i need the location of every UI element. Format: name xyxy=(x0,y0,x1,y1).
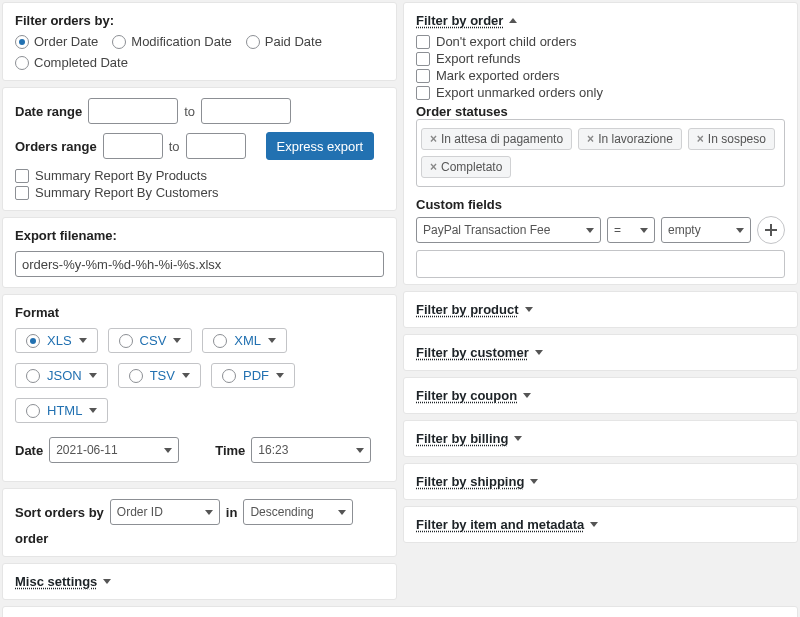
chevron-down-icon xyxy=(514,436,522,441)
check-unmarked-only[interactable]: Export unmarked orders only xyxy=(416,85,785,100)
export-filename-label: Export filename: xyxy=(15,228,384,243)
chevron-down-icon xyxy=(590,522,598,527)
custom-field-name-value: PayPal Transaction Fee xyxy=(423,223,550,237)
to-label: to xyxy=(169,139,180,154)
remove-tag-icon[interactable]: × xyxy=(430,132,437,146)
radio-dot-icon xyxy=(222,369,236,383)
chevron-down-icon xyxy=(530,479,538,484)
orders-range-to-input[interactable] xyxy=(186,133,246,159)
order-statuses-label: Order statuses xyxy=(416,104,785,119)
date-value: 2021-06-11 xyxy=(56,443,117,457)
chevron-down-icon xyxy=(535,350,543,355)
summary-customers-checkbox[interactable]: Summary Report By Customers xyxy=(15,185,384,200)
radio-completed-date[interactable]: Completed Date xyxy=(15,55,128,70)
radio-dot-icon xyxy=(246,35,260,49)
filter-by-customer-card: Filter by customer xyxy=(403,334,798,371)
summary-products-checkbox[interactable]: Summary Report By Products xyxy=(15,168,384,183)
radio-dot-icon xyxy=(15,35,29,49)
format-label-text: XML xyxy=(234,333,261,348)
tag-label: In sospeso xyxy=(708,132,766,146)
filter-by-order-toggle[interactable]: Filter by order xyxy=(416,13,517,28)
chevron-down-icon xyxy=(338,510,346,515)
tag-label: In attesa di pagamento xyxy=(441,132,563,146)
orders-range-label: Orders range xyxy=(15,139,97,154)
checkbox-icon xyxy=(416,52,430,66)
filter-by-coupon-toggle[interactable]: Filter by coupon xyxy=(416,388,531,403)
format-xml[interactable]: XML xyxy=(202,328,287,353)
order-statuses-box[interactable]: ×In attesa di pagamento ×In lavorazione … xyxy=(416,119,785,187)
radio-order-date[interactable]: Order Date xyxy=(15,34,98,49)
section-label: Filter by order xyxy=(416,13,503,28)
checkbox-icon xyxy=(416,86,430,100)
section-label: Misc settings xyxy=(15,574,97,589)
sort-field-select[interactable]: Order ID xyxy=(110,499,220,525)
filter-by-shipping-toggle[interactable]: Filter by shipping xyxy=(416,474,538,489)
remove-tag-icon[interactable]: × xyxy=(697,132,704,146)
radio-dot-icon xyxy=(112,35,126,49)
format-xls[interactable]: XLS xyxy=(15,328,98,353)
format-csv[interactable]: CSV xyxy=(108,328,193,353)
sort-field-value: Order ID xyxy=(117,505,163,519)
sort-direction-select[interactable]: Descending xyxy=(243,499,353,525)
in-label: in xyxy=(226,505,238,520)
filter-by-shipping-card: Filter by shipping xyxy=(403,463,798,500)
radio-modification-date[interactable]: Modification Date xyxy=(112,34,231,49)
custom-field-name-select[interactable]: PayPal Transaction Fee xyxy=(416,217,601,243)
date-label: Date xyxy=(15,443,43,458)
filter-by-billing-card: Filter by billing xyxy=(403,420,798,457)
filter-by-product-toggle[interactable]: Filter by product xyxy=(416,302,533,317)
date-select[interactable]: 2021-06-11 xyxy=(49,437,179,463)
radio-label: Paid Date xyxy=(265,34,322,49)
custom-field-value-text: empty xyxy=(668,223,701,237)
export-filename-input[interactable] xyxy=(15,251,384,277)
remove-tag-icon[interactable]: × xyxy=(587,132,594,146)
section-label: Filter by coupon xyxy=(416,388,517,403)
chevron-down-icon xyxy=(586,228,594,233)
format-pdf[interactable]: PDF xyxy=(211,363,295,388)
format-json[interactable]: JSON xyxy=(15,363,108,388)
status-tag: ×In attesa di pagamento xyxy=(421,128,572,150)
section-label: Filter by product xyxy=(416,302,519,317)
check-mark-exported[interactable]: Mark exported orders xyxy=(416,68,785,83)
filter-by-customer-toggle[interactable]: Filter by customer xyxy=(416,345,543,360)
time-select[interactable]: 16:23 xyxy=(251,437,371,463)
tag-label: Completato xyxy=(441,160,502,174)
export-filename-card: Export filename: xyxy=(2,217,397,288)
filter-by-item-metadata-toggle[interactable]: Filter by item and metadata xyxy=(416,517,598,532)
checkbox-label: Summary Report By Customers xyxy=(35,185,219,200)
orders-range-from-input[interactable] xyxy=(103,133,163,159)
check-export-refunds[interactable]: Export refunds xyxy=(416,51,785,66)
misc-settings-card: Misc settings xyxy=(2,563,397,600)
checkbox-icon xyxy=(416,35,430,49)
chevron-down-icon xyxy=(205,510,213,515)
chevron-down-icon xyxy=(182,373,190,378)
filter-by-billing-toggle[interactable]: Filter by billing xyxy=(416,431,522,446)
radio-label: Order Date xyxy=(34,34,98,49)
chevron-down-icon xyxy=(640,228,648,233)
express-export-button[interactable]: Express export xyxy=(266,132,375,160)
custom-field-result-box[interactable] xyxy=(416,250,785,278)
status-tag: ×Completato xyxy=(421,156,511,178)
checkbox-icon xyxy=(15,169,29,183)
radio-dot-icon xyxy=(119,334,133,348)
add-custom-field-button[interactable] xyxy=(757,216,785,244)
time-label: Time xyxy=(215,443,245,458)
custom-field-value-select[interactable]: empty xyxy=(661,217,751,243)
time-value: 16:23 xyxy=(258,443,288,457)
format-html[interactable]: HTML xyxy=(15,398,108,423)
format-tsv[interactable]: TSV xyxy=(118,363,201,388)
custom-field-op-select[interactable]: = xyxy=(607,217,655,243)
date-range-from-input[interactable] xyxy=(88,98,178,124)
remove-tag-icon[interactable]: × xyxy=(430,160,437,174)
filter-by-coupon-card: Filter by coupon xyxy=(403,377,798,414)
check-no-child[interactable]: Don't export child orders xyxy=(416,34,785,49)
chevron-down-icon xyxy=(89,373,97,378)
radio-paid-date[interactable]: Paid Date xyxy=(246,34,322,49)
chevron-down-icon xyxy=(525,307,533,312)
section-label: Filter by item and metadata xyxy=(416,517,584,532)
filter-by-product-card: Filter by product xyxy=(403,291,798,328)
chevron-down-icon xyxy=(523,393,531,398)
date-range-to-input[interactable] xyxy=(201,98,291,124)
chevron-up-icon xyxy=(509,18,517,23)
misc-settings-toggle[interactable]: Misc settings xyxy=(15,574,111,589)
